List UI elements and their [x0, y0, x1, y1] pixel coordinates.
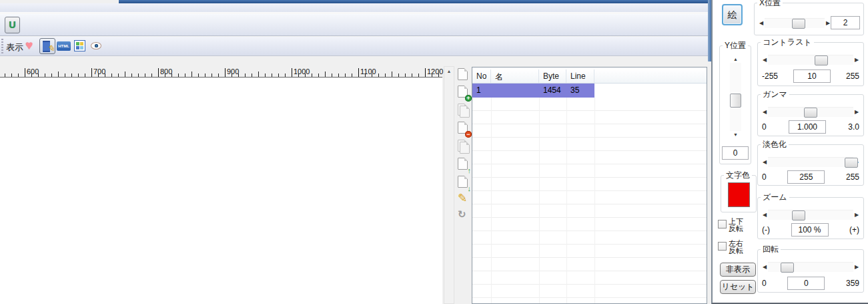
ruler-tick — [238, 73, 239, 77]
gamma-min: 0 — [762, 122, 767, 132]
cell-byte[interactable]: 1454 — [539, 84, 566, 98]
ruler-tick — [438, 73, 439, 77]
ruler-tick — [98, 73, 99, 77]
col-header-filler — [594, 69, 707, 83]
ruler-tick — [312, 73, 312, 77]
text-color-group: 文字色 — [721, 175, 757, 212]
ruler-tick — [145, 73, 145, 77]
scroll-left-icon[interactable]: ◀ — [758, 18, 765, 28]
checkbox-icon[interactable] — [718, 242, 727, 251]
view-toolbar: 表示 ♥ ✎ HTML — [0, 37, 711, 56]
document-canvas[interactable] — [0, 78, 442, 304]
gamma-value[interactable]: 1.000 — [789, 120, 826, 134]
scroll-down-icon[interactable]: ▼ — [730, 131, 741, 138]
text-color-swatch[interactable] — [728, 182, 750, 207]
table-row[interactable]: 1 1454 35 — [472, 84, 707, 98]
y-position-value[interactable]: 0 — [722, 146, 749, 160]
ruler-tick — [252, 73, 252, 77]
grid-view-icon[interactable] — [74, 40, 85, 51]
film-edit-button[interactable]: ✎ — [39, 38, 55, 54]
gamma-group: ガンマ ◀ ▶ 0 1.000 3.0 — [757, 94, 864, 136]
ruler-tick — [285, 73, 286, 77]
view-menu-label[interactable]: 表示 — [6, 41, 23, 53]
copy-page-icon[interactable] — [458, 104, 470, 117]
ruler-tick — [11, 73, 12, 77]
remove-page-icon[interactable]: − — [458, 122, 470, 135]
canvas-vertical-scrollbar[interactable]: ▲ — [444, 66, 454, 304]
y-position-scrollbar[interactable]: ▲ ▼ — [730, 55, 741, 138]
zoom-scrollbar[interactable]: ◀ ▶ — [761, 210, 860, 220]
hide-button[interactable]: 非表示 — [720, 263, 756, 277]
eye-icon[interactable] — [91, 42, 101, 49]
flip-vertical-checkbox[interactable]: 上下 反転 — [718, 218, 743, 233]
zoom-plus[interactable]: (+) — [849, 225, 859, 235]
ruler-tick-label: 1000 — [294, 67, 310, 75]
ruler-tick — [31, 73, 32, 77]
cell-name[interactable] — [491, 84, 539, 98]
rotation-scrollbar[interactable]: ◀ ▶ — [761, 262, 860, 272]
ruler-tick — [125, 71, 125, 77]
cell-no[interactable]: 1 — [472, 84, 491, 98]
gamma-max: 3.0 — [848, 122, 859, 132]
app-window: U 表示 ♥ ✎ HTML 600700800900100011001200 ▲… — [0, 0, 868, 304]
fade-label: 淡色化 — [761, 139, 789, 150]
x-position-scrollbar[interactable]: ◀ ▶ — [758, 18, 831, 28]
toolbar-grip[interactable] — [1, 39, 3, 53]
table-header: No 名 Byte Line — [472, 69, 707, 84]
ruler-tick — [245, 73, 246, 77]
page-list-table: No 名 Byte Line 1 1454 35 — [472, 67, 707, 304]
menu-band — [0, 3, 711, 13]
ruler-tick — [191, 71, 192, 77]
scroll-up-icon[interactable]: ▲ — [444, 69, 454, 73]
refresh-icon[interactable]: ↻ — [458, 208, 470, 222]
fade-min: 0 — [762, 172, 767, 182]
contrast-max: 255 — [846, 71, 859, 81]
move-down-icon[interactable]: ↓ — [458, 176, 470, 189]
ruler-tick — [332, 73, 332, 77]
fade-scrollbar[interactable]: ◀ ▶ — [761, 157, 860, 167]
ruler-tick — [345, 73, 346, 77]
heart-icon[interactable]: ♥ — [25, 38, 33, 53]
edit-pencil-icon[interactable]: ✎ — [458, 192, 470, 206]
flip-horizontal-checkbox[interactable]: 左右 反転 — [718, 240, 743, 255]
ruler-tick — [185, 73, 185, 77]
fade-value[interactable]: 255 — [787, 170, 825, 184]
ruler-tick — [91, 68, 92, 77]
html-icon[interactable]: HTML — [57, 41, 71, 51]
duplicate-pages-icon[interactable] — [458, 140, 470, 153]
ruler-tick — [385, 73, 386, 77]
reset-button[interactable]: リセット — [720, 280, 756, 294]
contrast-scrollbar[interactable]: ◀ ▶ — [761, 55, 860, 65]
scroll-up-icon[interactable]: ▲ — [730, 55, 741, 63]
col-header-no[interactable]: No — [472, 69, 491, 83]
add-page-icon[interactable]: + — [458, 86, 470, 99]
ruler-tick — [111, 73, 112, 77]
col-header-name[interactable]: 名 — [491, 69, 539, 83]
contrast-value[interactable]: 10 — [793, 69, 831, 83]
new-page-icon[interactable] — [458, 68, 470, 82]
col-header-byte[interactable]: Byte — [539, 69, 566, 83]
main-toolbar: U — [0, 13, 711, 36]
col-header-line[interactable]: Line — [566, 69, 594, 83]
ruler-tick — [405, 73, 406, 77]
app-icon-button[interactable]: U — [5, 17, 20, 33]
x-position-value[interactable]: 2 — [831, 16, 860, 29]
x-position-label: X位置 — [757, 0, 783, 9]
ruler-tick — [78, 73, 79, 77]
rotation-value[interactable]: 0 — [787, 277, 825, 290]
ruler-tick — [211, 73, 212, 77]
move-up-icon[interactable]: ↑ — [458, 158, 470, 171]
ruler-tick — [198, 73, 199, 77]
zoom-label: ズーム — [761, 192, 789, 203]
ruler-tick — [38, 73, 39, 77]
pencil-icon: ✎ — [47, 43, 55, 53]
picture-button[interactable]: 絵 — [722, 4, 743, 25]
cell-line[interactable]: 35 — [566, 84, 594, 98]
zoom-value[interactable]: 100 % — [791, 223, 829, 237]
ruler-tick — [171, 73, 172, 77]
zoom-minus[interactable]: (-) — [762, 225, 770, 235]
checkbox-icon[interactable] — [718, 220, 727, 229]
ruler-tick — [45, 73, 45, 77]
gamma-scrollbar[interactable]: ◀ ▶ — [761, 107, 860, 117]
contrast-min: -255 — [762, 71, 778, 81]
